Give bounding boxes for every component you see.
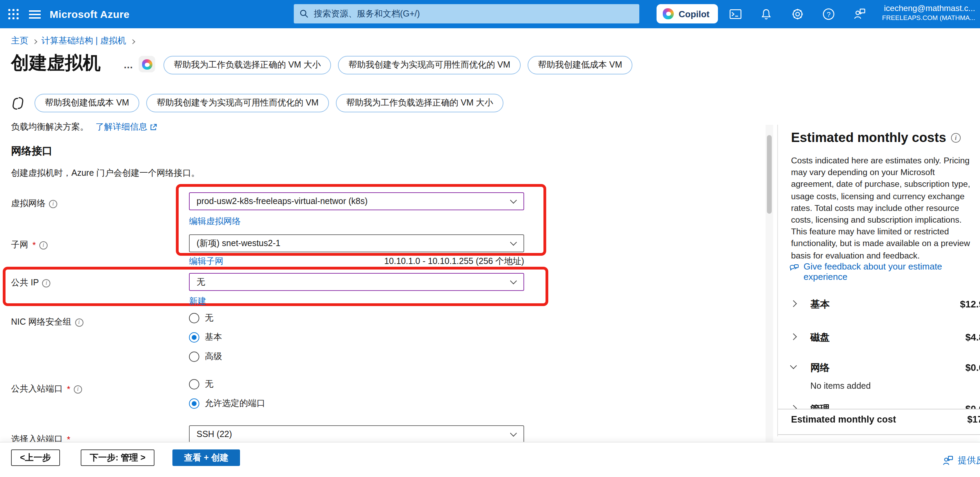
feedback-person-icon[interactable] bbox=[853, 7, 866, 21]
virtual-network-value: prod-usw2-k8s-freeleaps-virtual-networ (… bbox=[197, 196, 368, 206]
next-step-button[interactable]: 下一步: 管理 > bbox=[81, 450, 154, 466]
edit-subnet-link[interactable]: 编辑子网 bbox=[189, 256, 223, 267]
suggestion-pill-high-availability[interactable]: 帮助我创建专为实现高可用性而优化的 VM bbox=[146, 94, 329, 112]
chevron-right-icon[interactable] bbox=[790, 405, 797, 409]
inbound-ports-value: SSH (22) bbox=[197, 429, 232, 439]
chevron-right-icon bbox=[32, 39, 37, 44]
estimate-feedback-link[interactable]: Give feedback about your estimate experi… bbox=[789, 261, 968, 282]
feedback-chat-icon bbox=[789, 262, 799, 274]
edit-virtual-network-link[interactable]: 编辑虚拟网络 bbox=[189, 216, 241, 227]
breadcrumb-home[interactable]: 主页 bbox=[11, 35, 28, 47]
more-actions-button[interactable]: … bbox=[123, 59, 134, 70]
cost-row-disks[interactable]: 磁盘 $4.8 bbox=[778, 331, 980, 345]
footer-feedback-link[interactable]: 提供反馈 bbox=[942, 454, 980, 467]
copilot-suggestions-button[interactable] bbox=[138, 56, 155, 72]
required-asterisk: * bbox=[32, 240, 36, 250]
cloud-shell-icon[interactable] bbox=[728, 7, 742, 21]
menu-icon[interactable] bbox=[29, 10, 41, 21]
footer-feedback-label: 提供反馈 bbox=[958, 454, 980, 467]
nic-nsg-option-advanced[interactable]: 高级 bbox=[189, 351, 222, 363]
info-icon[interactable]: i bbox=[42, 279, 51, 287]
cost-row-label: 磁盘 bbox=[810, 332, 830, 344]
search-input[interactable] bbox=[314, 9, 634, 19]
subnet-dropdown[interactable]: (新项) snet-westus2-1 bbox=[189, 234, 524, 252]
divider bbox=[778, 434, 980, 435]
radio-selected-icon bbox=[189, 332, 199, 343]
copilot-logo-icon bbox=[663, 8, 674, 19]
radio-icon bbox=[189, 351, 199, 362]
chevron-down-icon bbox=[510, 197, 517, 204]
cost-row-label: 基本 bbox=[810, 299, 830, 311]
suggestion-pill-low-cost[interactable]: 帮助我创建低成本 VM bbox=[528, 56, 632, 75]
cost-row-management[interactable]: 管理 $0.0 bbox=[778, 402, 980, 409]
inbound-ports-option-none[interactable]: 无 bbox=[189, 378, 213, 390]
account-directory: FREELEAPS.COM (MATHMA... bbox=[882, 14, 975, 22]
chevron-down-icon bbox=[510, 239, 517, 246]
chevron-right-icon[interactable] bbox=[790, 333, 797, 340]
estimated-costs-panel: Estimated monthly costs i Costs indicate… bbox=[777, 125, 980, 436]
help-icon[interactable]: ? bbox=[821, 7, 835, 21]
notifications-bell-icon[interactable] bbox=[759, 7, 773, 21]
inbound-ports-option-allow-selected[interactable]: 允许选定的端口 bbox=[189, 398, 265, 409]
total-cost-amount: $17 bbox=[967, 414, 980, 425]
review-create-button[interactable]: 查看 + 创建 bbox=[172, 450, 240, 466]
suggestion-pill-high-availability[interactable]: 帮助我创建专为实现高可用性而优化的 VM bbox=[338, 56, 520, 75]
cost-row-amount: $12.9 bbox=[960, 299, 980, 310]
feedback-person-icon bbox=[942, 455, 954, 466]
info-icon[interactable]: i bbox=[74, 385, 82, 393]
chevron-right-icon bbox=[130, 39, 135, 44]
scrollbar-thumb[interactable] bbox=[767, 135, 772, 214]
azure-portal-page: Microsoft Azure Copilot bbox=[0, 0, 980, 477]
copilot-button-label: Copilot bbox=[679, 9, 710, 19]
clipped-text: 负载均衡解决方案。 bbox=[11, 121, 89, 133]
copilot-logo-icon bbox=[142, 59, 152, 69]
copilot-suggestions-top: 帮助我为工作负载选择正确的 VM 大小 帮助我创建专为实现高可用性而优化的 VM… bbox=[164, 56, 632, 75]
info-icon[interactable]: i bbox=[39, 241, 48, 249]
select-inbound-ports-dropdown[interactable]: SSH (22) bbox=[189, 425, 524, 443]
section-description: 创建虚拟机时，Azure 门户会创建一个网络接口。 bbox=[11, 167, 200, 179]
divider bbox=[778, 409, 980, 409]
breadcrumb-virtual-machines[interactable]: 计算基础结构 | 虚拟机 bbox=[41, 35, 126, 47]
learn-more-link[interactable]: 了解详细信息 bbox=[95, 121, 157, 133]
create-new-public-ip-link[interactable]: 新建 bbox=[189, 296, 206, 307]
nic-nsg-label: NIC 网络安全组 i bbox=[11, 316, 83, 328]
account-menu[interactable]: icecheng@mathmast.c... FREELEAPS.COM (MA… bbox=[882, 3, 975, 22]
cost-row-basics[interactable]: 基本 $12.9 bbox=[778, 298, 980, 312]
wizard-footer: <上一步 下一步: 管理 > 查看 + 创建 提供反馈 bbox=[0, 442, 980, 477]
copilot-suggestions-inline: 帮助我创建低成本 VM 帮助我创建专为实现高可用性而优化的 VM 帮助我为工作负… bbox=[11, 94, 503, 112]
suggestion-pill-vm-size[interactable]: 帮助我为工作负载选择正确的 VM 大小 bbox=[336, 94, 503, 112]
product-title: Microsoft Azure bbox=[50, 8, 130, 20]
public-ip-dropdown[interactable]: 无 bbox=[189, 273, 524, 291]
radio-icon bbox=[189, 379, 199, 390]
previous-step-button[interactable]: <上一步 bbox=[11, 450, 60, 466]
virtual-network-label: 虚拟网络 i bbox=[11, 198, 57, 210]
header-icons: ? bbox=[728, 0, 866, 28]
suggestion-pill-vm-size[interactable]: 帮助我为工作负载选择正确的 VM 大小 bbox=[164, 56, 331, 75]
settings-gear-icon[interactable] bbox=[790, 7, 804, 21]
virtual-network-dropdown[interactable]: prod-usw2-k8s-freeleaps-virtual-networ (… bbox=[189, 192, 524, 210]
app-launcher-icon[interactable] bbox=[8, 9, 19, 19]
costs-panel-title: Estimated monthly costs i bbox=[791, 130, 961, 145]
copilot-button[interactable]: Copilot bbox=[657, 4, 718, 24]
chevron-right-icon[interactable] bbox=[790, 300, 797, 307]
public-inbound-ports-label: 公共入站端口 * i bbox=[11, 383, 82, 395]
chevron-down-icon bbox=[510, 277, 517, 285]
nic-nsg-option-basic[interactable]: 基本 bbox=[189, 332, 222, 343]
radio-icon bbox=[189, 313, 199, 323]
global-search[interactable] bbox=[294, 4, 639, 24]
account-email: icecheng@mathmast.c... bbox=[882, 3, 975, 14]
nic-nsg-option-none[interactable]: 无 bbox=[189, 312, 213, 324]
subnet-value: (新项) snet-westus2-1 bbox=[197, 237, 280, 249]
info-icon[interactable]: i bbox=[75, 318, 83, 326]
suggestion-pill-low-cost[interactable]: 帮助我创建低成本 VM bbox=[35, 94, 139, 112]
radio-selected-icon bbox=[189, 398, 199, 409]
costs-disclaimer: Costs indicated here are estimates only.… bbox=[791, 155, 978, 262]
info-icon[interactable]: i bbox=[49, 200, 57, 208]
radio-label: 无 bbox=[205, 378, 213, 390]
copilot-outline-icon bbox=[11, 96, 25, 110]
subnet-label: 子网 * i bbox=[11, 239, 48, 251]
section-heading-network-interface: 网络接口 bbox=[11, 145, 52, 158]
info-icon[interactable]: i bbox=[951, 133, 961, 143]
chevron-down-icon[interactable] bbox=[790, 362, 797, 369]
cost-row-networking[interactable]: 网络 $0.0 bbox=[778, 361, 980, 375]
